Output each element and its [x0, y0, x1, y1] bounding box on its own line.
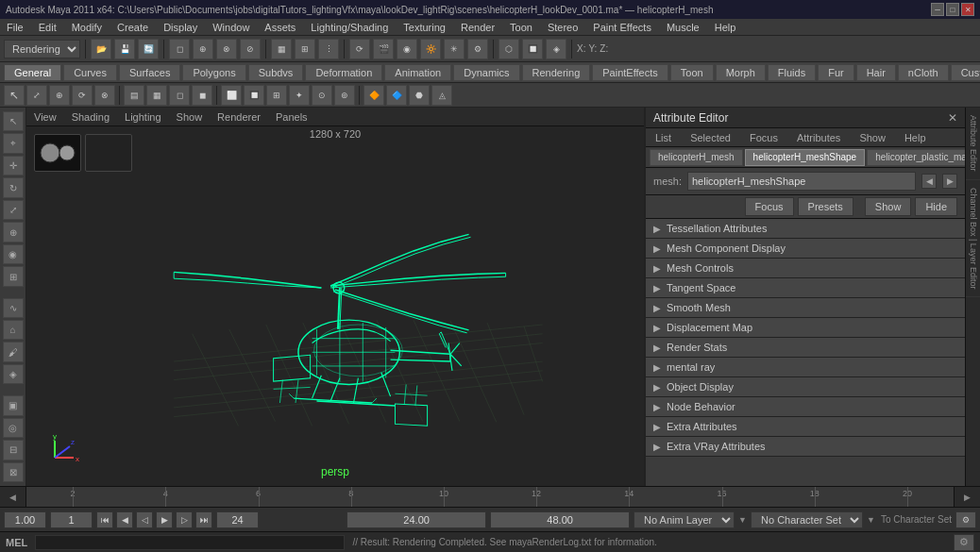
- ae-tab-help[interactable]: Help: [899, 130, 932, 145]
- mesh-input[interactable]: [687, 172, 916, 191]
- tab-fur[interactable]: Fur: [818, 64, 854, 81]
- status-options-btn[interactable]: ⚙: [954, 534, 974, 551]
- tb-btn-7[interactable]: ⊘: [240, 39, 261, 59]
- menu-window[interactable]: Window: [210, 22, 252, 33]
- anim-layer-arrow[interactable]: ▼: [738, 515, 747, 525]
- tb-btn-3[interactable]: 🔄: [138, 39, 159, 59]
- show-button[interactable]: Show: [865, 197, 912, 216]
- tb2-btn-18[interactable]: ⬣: [409, 85, 430, 106]
- attr-editor-side-label[interactable]: Attribute Editor: [966, 108, 980, 180]
- go-end-btn[interactable]: ⏭: [195, 511, 212, 528]
- tb-btn-12[interactable]: 🎬: [373, 39, 394, 59]
- rotate-tool[interactable]: ↻: [3, 177, 24, 197]
- tb2-btn-5[interactable]: ⊗: [94, 85, 115, 106]
- attr-section-header-10[interactable]: ▶ Extra Attributes: [646, 417, 965, 436]
- menu-lighting/shading[interactable]: Lighting/Shading: [308, 22, 391, 33]
- tb2-btn-8[interactable]: ◻: [169, 85, 190, 106]
- tb2-btn-17[interactable]: 🔷: [386, 85, 407, 106]
- tb-btn-11[interactable]: ⟳: [349, 39, 370, 59]
- tab-dynamics[interactable]: Dynamics: [453, 64, 519, 81]
- tab-toon[interactable]: Toon: [670, 64, 714, 81]
- mesh-prev-btn[interactable]: ◀: [921, 174, 937, 189]
- menu-display[interactable]: Display: [161, 22, 200, 33]
- renderer-dropdown[interactable]: Rendering: [4, 40, 80, 59]
- time-display1[interactable]: [346, 511, 486, 528]
- tab-surfaces[interactable]: Surfaces: [119, 64, 180, 81]
- go-start-btn[interactable]: ⏮: [96, 511, 113, 528]
- menu-paint effects[interactable]: Paint Effects: [590, 22, 654, 33]
- menu-muscle[interactable]: Muscle: [664, 22, 702, 33]
- ae-tab-focus[interactable]: Focus: [744, 130, 784, 145]
- attr-section-header-7[interactable]: ▶ mental ray: [646, 358, 965, 376]
- tab-painteffects[interactable]: PaintEffects: [592, 64, 668, 81]
- current-frame-input[interactable]: [50, 511, 93, 528]
- select-tool[interactable]: ↖: [3, 111, 24, 131]
- ae-tab-attributes[interactable]: Attributes: [791, 130, 846, 145]
- tb-btn-15[interactable]: ✳: [444, 39, 465, 59]
- tb2-btn-1[interactable]: ↖: [4, 85, 25, 106]
- tb2-btn-9[interactable]: ◼: [192, 85, 212, 106]
- menu-assets[interactable]: Assets: [262, 22, 298, 33]
- char-set-select[interactable]: No Character Set: [751, 511, 863, 528]
- tab-custom[interactable]: Custom: [951, 64, 980, 81]
- tb-btn-6[interactable]: ⊗: [216, 39, 237, 59]
- tab-fluids[interactable]: Fluids: [768, 64, 816, 81]
- timeline[interactable]: ◀ 2468101214161820 ▶: [0, 486, 980, 507]
- curve-tool-1[interactable]: ∿: [3, 298, 24, 318]
- prev-frame-btn[interactable]: ◀: [116, 511, 133, 528]
- attr-section-header-9[interactable]: ▶ Node Behavior: [646, 397, 965, 416]
- tab-ncloth[interactable]: nCloth: [898, 64, 949, 81]
- menu-render[interactable]: Render: [458, 22, 498, 33]
- attr-section-header-3[interactable]: ▶ Tangent Space: [646, 278, 965, 297]
- extra-tool-4[interactable]: ⊠: [3, 462, 24, 482]
- attr-section-header-8[interactable]: ▶ Object Display: [646, 377, 965, 396]
- universal-tool[interactable]: ⊕: [3, 222, 24, 242]
- play-fwd-btn[interactable]: ▶: [156, 511, 173, 528]
- ae-node-tab-1[interactable]: helicopterH_meshShape: [745, 149, 866, 166]
- viewport-3d[interactable]: 1280 x 720: [26, 126, 644, 486]
- command-input[interactable]: [35, 535, 345, 550]
- menu-toon[interactable]: Toon: [507, 22, 535, 33]
- ae-tab-selected[interactable]: Selected: [684, 130, 736, 145]
- play-back-btn[interactable]: ◁: [136, 511, 153, 528]
- attr-section-header-4[interactable]: ▶ Smooth Mesh: [646, 298, 965, 317]
- minimize-button[interactable]: ─: [931, 3, 944, 16]
- tb-btn-16[interactable]: ⚙: [467, 39, 488, 59]
- lighting-menu[interactable]: Lighting: [121, 111, 165, 123]
- tb2-btn-16[interactable]: 🔶: [363, 85, 384, 106]
- time-display2[interactable]: [490, 511, 630, 528]
- tab-deformation[interactable]: Deformation: [305, 64, 382, 81]
- ae-tab-list[interactable]: List: [650, 130, 677, 145]
- char-set-arrow[interactable]: ▼: [867, 515, 875, 525]
- show-manip-tool[interactable]: ⊞: [3, 266, 24, 286]
- tb2-btn-6[interactable]: ▤: [124, 85, 144, 106]
- maximize-button[interactable]: □: [946, 3, 959, 16]
- attr-section-header-11[interactable]: ▶ Extra VRay Attributes: [646, 437, 965, 456]
- attr-section-header-1[interactable]: ▶ Mesh Component Display: [646, 239, 965, 258]
- frame-current2-input[interactable]: [216, 511, 259, 528]
- menu-texturing[interactable]: Texturing: [400, 22, 448, 33]
- tb-btn-17[interactable]: ⬡: [498, 39, 519, 59]
- tb2-btn-4[interactable]: ⟳: [72, 85, 93, 106]
- tb-btn-14[interactable]: 🔆: [420, 39, 441, 59]
- ae-close-icon[interactable]: ✕: [948, 111, 957, 125]
- menu-help[interactable]: Help: [712, 22, 739, 33]
- scale-tool[interactable]: ⤢: [3, 200, 24, 220]
- tb-btn-9[interactable]: ⊞: [295, 39, 315, 59]
- tb-btn-8[interactable]: ▦: [271, 39, 292, 59]
- tb-btn-10[interactable]: ⋮: [318, 39, 339, 59]
- attr-section-header-2[interactable]: ▶ Mesh Controls: [646, 259, 965, 277]
- tb-btn-1[interactable]: 📂: [91, 39, 111, 59]
- tb2-btn-10[interactable]: ⬜: [221, 85, 242, 106]
- tab-polygons[interactable]: Polygons: [182, 64, 245, 81]
- anim-layer-select[interactable]: No Anim Layer: [634, 511, 735, 528]
- close-button[interactable]: ✕: [961, 3, 974, 16]
- menu-stereo[interactable]: Stereo: [545, 22, 581, 33]
- ae-node-tab-2[interactable]: helicopter_plastic_material: [867, 149, 980, 166]
- presets-button[interactable]: Presets: [798, 197, 853, 216]
- menu-create[interactable]: Create: [114, 22, 151, 33]
- tb-btn-13[interactable]: ◉: [397, 39, 417, 59]
- panels-menu[interactable]: Panels: [272, 111, 312, 123]
- tb2-btn-12[interactable]: ⊞: [266, 85, 287, 106]
- attr-section-header-5[interactable]: ▶ Displacement Map: [646, 318, 965, 337]
